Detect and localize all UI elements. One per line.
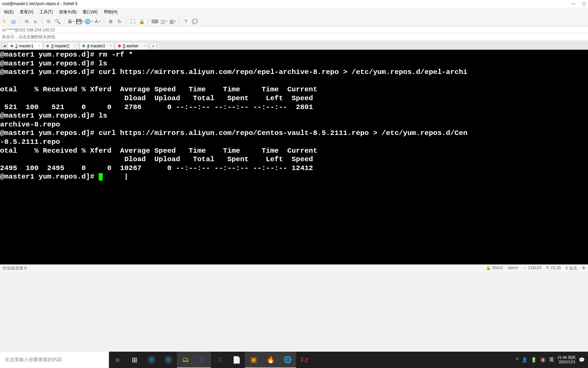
status-bar: 到当前选项卡 🔒 SSH2 xterm ↔ 118x24 ⇱ 15,29 5 会…: [0, 264, 588, 272]
status-left: 到当前选项卡: [3, 265, 486, 271]
minimize-button[interactable]: —: [571, 1, 575, 6]
disconnect-icon[interactable]: ⨯: [32, 18, 38, 25]
maximize-button[interactable]: ☐: [582, 1, 586, 6]
excel-icon[interactable]: X: [211, 352, 228, 368]
tray-up-icon[interactable]: ^: [516, 357, 519, 363]
close-icon[interactable]: ×: [38, 44, 40, 48]
windows-taskbar: 在这里输入你要搜索的内容 ○ ⊞ ⓔ ⓔ 🗂 W X 📄 ▣ 🔥 🌐 Fz ^ …: [0, 352, 588, 368]
search-icon[interactable]: 🔍: [54, 18, 61, 25]
tab-master1[interactable]: 2 master1 ×: [7, 42, 43, 49]
status-position: ⇱ 15,29: [546, 265, 561, 271]
new-session-icon[interactable]: ✎: [1, 18, 7, 25]
script-icon[interactable]: ⚙: [108, 18, 114, 25]
filezilla-icon[interactable]: Fz: [296, 352, 313, 368]
tray-battery-icon[interactable]: 🔋: [531, 357, 537, 363]
ie-icon[interactable]: ⓔ: [143, 352, 160, 368]
panel-icon[interactable]: ▥: [169, 18, 176, 25]
open-icon[interactable]: ▤: [10, 18, 16, 25]
keyboard-icon[interactable]: ⌨: [152, 18, 158, 25]
save-icon[interactable]: 💾: [77, 18, 83, 25]
menu-tabs[interactable]: 选项卡(B): [56, 8, 79, 16]
refresh-icon[interactable]: ↻: [116, 18, 122, 25]
tab-master2-a[interactable]: 3 master2 ×: [43, 42, 78, 49]
chat-icon[interactable]: 💬: [192, 18, 198, 25]
menu-window[interactable]: 窗口(W): [80, 8, 100, 16]
address-bar[interactable]: ot:*****@192.168.234.100:22: [0, 27, 588, 33]
add-tab-button[interactable]: +: [150, 43, 157, 49]
tray-notifications-icon[interactable]: 💬: [579, 357, 585, 363]
status-ssh: 🔒 SSH2: [486, 265, 503, 271]
status-term: xterm: [508, 265, 518, 271]
status-dot-icon: [46, 45, 49, 47]
tray-clock[interactable]: 21:49 周四 2022/12/1: [557, 355, 575, 364]
menu-bar: 辑(E) 查看(V) 工具(T) 选项卡(B) 窗口(W) 帮助(H): [0, 7, 588, 16]
tab-worker[interactable]: 5 worker ×: [115, 42, 148, 49]
menu-tools[interactable]: 工具(T): [37, 8, 55, 16]
cortana-icon[interactable]: ○: [109, 352, 126, 368]
xshell-icon[interactable]: 🔥: [262, 352, 279, 368]
toolbar: ✎ ▤ ⟲ ⨯ ⎘ 🔍 🖶 💾 🌐 A ⚙ ↻ ⛶ 🔒 ⌨ ◫ ▥ ? 💬: [0, 16, 588, 27]
tray-people-icon[interactable]: 👤: [522, 357, 527, 363]
status-dot-icon: [118, 45, 121, 47]
tray-network-icon[interactable]: 🔇: [540, 357, 546, 363]
windows-search-input[interactable]: 在这里输入你要搜索的内容: [0, 352, 109, 368]
system-tray: ^ 👤 🔋 🔇 英 21:49 周四 2022/12/1 💬: [513, 355, 588, 364]
word-icon[interactable]: W: [194, 352, 211, 368]
task-view-icon[interactable]: ⊞: [126, 352, 143, 368]
close-icon[interactable]: ×: [74, 44, 76, 48]
status-cap: ⊕: [582, 265, 585, 271]
reconnect-icon[interactable]: ⟲: [23, 18, 30, 25]
hint-bar: 前会话，点击左侧的箭头按钮。: [0, 33, 588, 41]
lock-icon[interactable]: 🔒: [138, 18, 145, 25]
close-icon[interactable]: ×: [143, 44, 145, 48]
tab-master2-b[interactable]: 4 master2 ×: [79, 42, 114, 49]
tab-scroll-left[interactable]: ◀: [1, 42, 7, 49]
hint-text: 前会话，点击左侧的箭头按钮。: [2, 34, 59, 40]
menu-help[interactable]: 帮助(H): [101, 8, 120, 16]
close-icon[interactable]: ×: [110, 44, 112, 48]
font-icon[interactable]: A: [94, 18, 100, 25]
fullscreen-icon[interactable]: ⛶: [130, 18, 136, 25]
status-dot-icon: [82, 45, 85, 47]
status-size: ↔ 118x24: [523, 265, 541, 271]
menu-edit[interactable]: 辑(E): [1, 8, 16, 16]
terminal[interactable]: @master1 yum.repos.d]# rm -rf * @master1…: [0, 50, 588, 264]
chrome-icon[interactable]: 🌐: [279, 352, 296, 368]
window-title: root@master1:/etc/yum.repos.d - Xshell 5: [2, 1, 78, 6]
title-bar: root@master1:/etc/yum.repos.d - Xshell 5…: [0, 0, 588, 7]
tray-ime[interactable]: 英: [549, 357, 554, 363]
status-sessions: 5 会话: [566, 265, 577, 271]
print-icon[interactable]: 🖶: [68, 18, 74, 25]
file-explorer-icon[interactable]: 🗂: [177, 352, 194, 368]
globe-icon[interactable]: 🌐: [85, 18, 92, 25]
address-text: ot:*****@192.168.234.100:22: [2, 28, 55, 32]
window-controls: — ☐: [571, 1, 586, 6]
pdf-icon[interactable]: 📄: [228, 352, 245, 368]
status-dot-icon: [11, 45, 13, 47]
window-layout-icon[interactable]: ◫: [161, 18, 167, 25]
tab-bar: ◀ 2 master1 × 3 master2 × 4 master2 × 5 …: [0, 41, 588, 50]
help-icon[interactable]: ?: [183, 18, 189, 25]
edge-icon[interactable]: ⓔ: [160, 352, 177, 368]
menu-view[interactable]: 查看(V): [17, 8, 36, 16]
vmware-icon[interactable]: ▣: [245, 352, 262, 368]
copy-icon[interactable]: ⎘: [46, 18, 52, 25]
